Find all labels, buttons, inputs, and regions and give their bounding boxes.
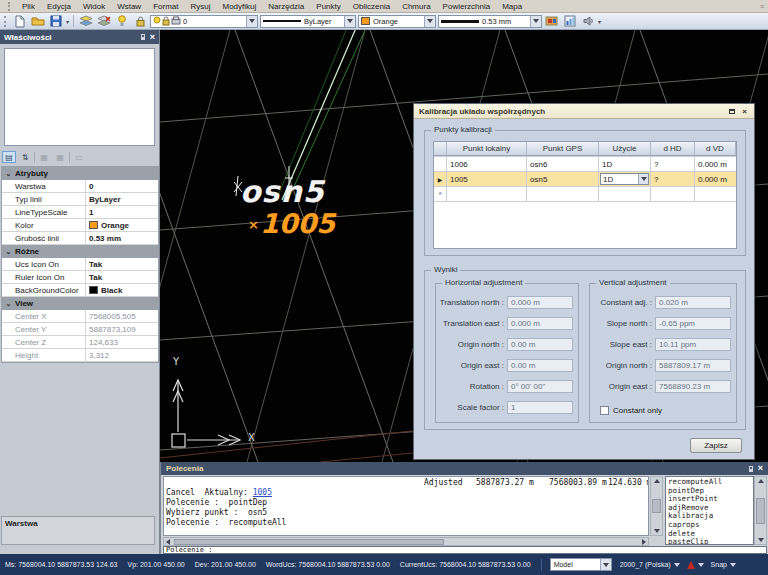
- close-icon[interactable]: ×: [150, 33, 155, 42]
- property-row-typ-linii[interactable]: Typ linii ByLayer: [2, 193, 158, 206]
- crs-warning-indicator[interactable]: [687, 561, 704, 569]
- use-dropdown-arrow[interactable]: [638, 174, 648, 184]
- table-row[interactable]: 1006 osn6 1D ? 0.000 m: [434, 157, 736, 172]
- layer-lock-button[interactable]: [132, 14, 148, 28]
- snap-toggle[interactable]: Snap: [711, 561, 736, 568]
- model-space-select[interactable]: Model: [550, 558, 612, 571]
- scrollbar-thumb[interactable]: [756, 498, 765, 524]
- scroll-down-icon[interactable]: [654, 529, 660, 533]
- scroll-up-icon[interactable]: [654, 479, 660, 483]
- history-vertical-scrollbar[interactable]: [650, 476, 663, 536]
- menu-mapa[interactable]: Mapa: [496, 0, 528, 13]
- toolbar-grip[interactable]: [4, 16, 7, 27]
- color-select[interactable]: Orange: [358, 15, 436, 28]
- layer-on-off-button[interactable]: [114, 14, 130, 28]
- layer-manager-button[interactable]: [78, 14, 94, 28]
- table-new-row[interactable]: *: [434, 187, 736, 202]
- list-vertical-scrollbar[interactable]: [754, 476, 767, 545]
- menu-widok[interactable]: Widok: [77, 0, 111, 13]
- speaker-tool-button[interactable]: [580, 14, 596, 28]
- list-item[interactable]: pasteClip: [668, 538, 753, 545]
- warstwa-subpanel[interactable]: Warstwa: [1, 516, 155, 545]
- rotation-input[interactable]: 0° 00' 00": [507, 380, 573, 393]
- save-button[interactable]: Zapisz: [690, 438, 742, 453]
- close-icon[interactable]: ×: [740, 107, 749, 116]
- sort-alphabetical-button[interactable]: ⇅: [18, 151, 32, 163]
- menu-narzedzia[interactable]: Narzędzia: [262, 0, 310, 13]
- translation-east-input[interactable]: 0.000 m: [507, 317, 573, 330]
- lineweight-select[interactable]: 0.53 mm: [438, 15, 542, 28]
- save-button[interactable]: [48, 14, 64, 28]
- property-row-ucs-icon[interactable]: Ucs Icon On Tak: [2, 258, 158, 271]
- color-select-arrow[interactable]: [424, 16, 435, 27]
- table-row-selected[interactable]: ▶ 1005 osn5 1D ? 0.000 m: [434, 172, 736, 187]
- scale-factor-input[interactable]: 1: [507, 401, 573, 414]
- menu-modyfikuj[interactable]: Modyfikuj: [217, 0, 263, 13]
- pin-icon[interactable]: [141, 34, 145, 40]
- slope-east-input[interactable]: 10.11 ppm: [655, 338, 731, 351]
- style-tool-button[interactable]: [544, 14, 560, 28]
- close-icon[interactable]: ×: [758, 464, 763, 473]
- property-pages-button-2[interactable]: ▦: [53, 151, 67, 163]
- maximize-icon[interactable]: [727, 107, 736, 116]
- section-header-view[interactable]: ⌄ View: [2, 297, 158, 310]
- command-shortcut-list[interactable]: recomputeAll pointDep insertPoint adjRem…: [665, 476, 754, 545]
- property-row-background-color[interactable]: BackGroundColor Black: [2, 284, 158, 297]
- description-toggle-button[interactable]: ▭: [72, 151, 86, 163]
- property-row-grubosc[interactable]: Grubość linii 0.53 mm: [2, 232, 158, 245]
- translation-north-input[interactable]: 0.000 m: [507, 296, 573, 309]
- origin-east-v-input[interactable]: 7568890.23 m: [655, 380, 731, 393]
- menu-obliczenia[interactable]: Obliczenia: [347, 0, 396, 13]
- property-row-kolor[interactable]: Kolor Orange: [2, 219, 158, 232]
- section-header-rozne[interactable]: ⌄ Różne: [2, 245, 158, 258]
- section-header-atrybuty[interactable]: ⌄ Atrybuty: [2, 167, 158, 180]
- open-file-button[interactable]: [30, 14, 46, 28]
- scroll-left-icon[interactable]: [166, 539, 170, 545]
- use-dropdown[interactable]: 1D: [600, 173, 649, 185]
- scrollbar-thumb[interactable]: [174, 539, 444, 545]
- crs-select[interactable]: 2000_7 (Polska): [620, 561, 680, 568]
- linetype-select[interactable]: ByLayer: [260, 15, 356, 28]
- origin-north-h-input[interactable]: 0.00 m: [507, 338, 573, 351]
- command-input[interactable]: Polecenie :: [163, 546, 767, 554]
- model-select-arrow[interactable]: [600, 559, 611, 570]
- origin-east-h-input[interactable]: 0.00 m: [507, 359, 573, 372]
- menu-rysuj[interactable]: Rysuj: [184, 0, 216, 13]
- properties-selection-list[interactable]: [4, 48, 155, 146]
- command-history[interactable]: Aktualny: 1005 Adjusted 5887873.27 m 756…: [163, 476, 649, 536]
- toolbar-overflow[interactable]: ▾: [598, 18, 601, 25]
- menu-format[interactable]: Format: [147, 0, 184, 13]
- pin-icon[interactable]: [749, 466, 753, 472]
- categorized-view-button[interactable]: ▤: [2, 151, 16, 163]
- menu-edycja[interactable]: Edycja: [41, 0, 77, 13]
- lineweight-select-arrow[interactable]: [530, 16, 541, 27]
- history-horizontal-scrollbar[interactable]: [163, 537, 649, 546]
- menu-plik[interactable]: Plik: [16, 0, 41, 13]
- layer-state-button[interactable]: [96, 14, 112, 28]
- menu-wstaw[interactable]: Wstaw: [111, 0, 147, 13]
- constant-adj-input[interactable]: 0.020 m: [655, 296, 731, 309]
- scrollbar-thumb[interactable]: [652, 499, 661, 513]
- menu-powierzchnia[interactable]: Powierzchnia: [437, 0, 497, 13]
- property-pages-button[interactable]: ▦: [37, 151, 51, 163]
- menu-chmura[interactable]: Chmura: [396, 0, 436, 13]
- scroll-down-icon[interactable]: [758, 538, 764, 542]
- cad-application-window: Plik Edycja Widok Wstaw Format Rysuj Mod…: [0, 0, 768, 575]
- property-row-linetypescale[interactable]: LineTypeScale 1: [2, 206, 158, 219]
- layer-select[interactable]: 0: [150, 15, 258, 28]
- constant-only-checkbox[interactable]: [600, 406, 609, 415]
- new-file-button[interactable]: [12, 14, 28, 28]
- toolbar-grip[interactable]: [8, 2, 11, 11]
- linetype-select-arrow[interactable]: [344, 16, 355, 27]
- property-row-warstwa[interactable]: Warstwa 0: [2, 180, 158, 193]
- slope-north-input[interactable]: -0.65 ppm: [655, 317, 731, 330]
- origin-north-v-input[interactable]: 5887809.17 m: [655, 359, 731, 372]
- file-tools-overflow[interactable]: ▾: [66, 18, 69, 25]
- chart-tool-button[interactable]: [562, 14, 578, 28]
- layer-select-arrow[interactable]: [246, 16, 257, 27]
- scroll-right-icon[interactable]: [642, 539, 646, 545]
- dialog-titlebar[interactable]: Kalibracja układu współrzędnych ×: [414, 104, 754, 119]
- menu-punkty[interactable]: Punkty: [310, 0, 346, 13]
- property-row-ruler-icon[interactable]: Ruler Icon On Tak: [2, 271, 158, 284]
- scroll-up-icon[interactable]: [758, 479, 764, 483]
